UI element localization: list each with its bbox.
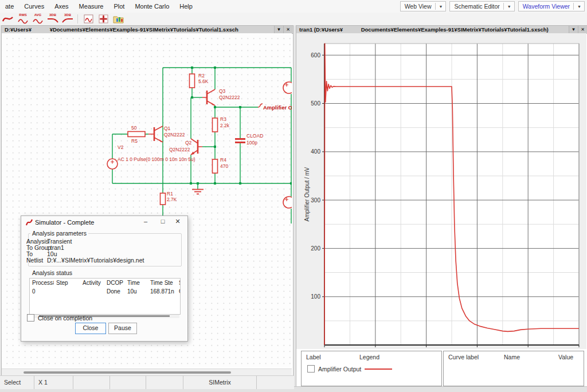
menu-plot[interactable]: Plot [108, 0, 130, 13]
curve-legend-panel: Label Legend Amplifier Output [301, 351, 442, 386]
status-bar: Select X 1 SIMetrix [0, 375, 294, 389]
chevron-down-icon[interactable]: ▼ [569, 26, 578, 33]
waveform-title-bar[interactable]: tran1 (D:¥Users¥ Documents¥Elements¥Exam… [296, 26, 587, 34]
svg-text:2: 2 [374, 348, 377, 349]
close-on-completion-checkbox[interactable] [27, 314, 34, 322]
close-icon[interactable]: ✕ [171, 218, 184, 225]
curve-visibility-checkbox[interactable] [307, 365, 315, 373]
legend-row-amplifier-output[interactable]: Amplifier Output [307, 365, 392, 373]
waveform-toolbar: RMS AVG 3DB 3DB [0, 13, 587, 25]
source-bottom-right[interactable] [283, 197, 292, 208]
table-row[interactable]: 0 Done 10u 168.871n Complete [30, 287, 180, 296]
svg-text:R1: R1 [167, 191, 173, 197]
waveform-viewer-button[interactable]: Waveform Viewer ▼ [518, 1, 585, 11]
ground-symbol[interactable] [192, 190, 204, 194]
curve-label-header: Curve label [448, 354, 479, 360]
menu-axes[interactable]: Axes [49, 0, 73, 13]
probe-icon[interactable] [258, 104, 263, 107]
new-plot-icon[interactable] [82, 13, 96, 25]
close-icon[interactable]: ✕ [578, 26, 587, 33]
svg-text:600: 600 [311, 52, 320, 58]
col-timestep: Time Ste [148, 279, 177, 287]
rms-curve-icon[interactable]: RMS [16, 13, 30, 25]
schematic-wires [112, 68, 291, 224]
menu-bar: ate Curves Axes Measure Plot Monte Carlo… [0, 0, 587, 13]
svg-text:400: 400 [311, 148, 320, 155]
resistor-r5[interactable] [128, 132, 145, 137]
cell-process: 0 [30, 287, 54, 296]
waveform-plot-region[interactable]: 0246810100200300400500600Time/us2us/divA… [296, 33, 586, 349]
3db-label: 3DB [61, 13, 75, 17]
minimize-icon[interactable]: – [139, 218, 152, 225]
svg-text:470: 470 [220, 163, 228, 169]
param-netlist: NetlistD:¥...¥SIMetrix¥Tutorials¥design.… [26, 257, 144, 264]
close-on-completion-row: Close on completion [27, 314, 92, 322]
waveform-viewer-label: Waveform Viewer [523, 3, 570, 10]
name-header: Name [504, 354, 520, 360]
svg-text:Q2: Q2 [185, 140, 192, 146]
dialog-title: Simulator - Complete [35, 219, 94, 226]
svg-text:Q2N2222: Q2N2222 [164, 132, 185, 138]
menu-monte-carlo[interactable]: Monte Carlo [130, 0, 174, 13]
cell-time: 10u [125, 287, 148, 296]
menu-items: ate Curves Axes Measure Plot Monte Carlo… [0, 0, 198, 13]
schematic-editor-button[interactable]: Schematic Editor ▼ [449, 1, 514, 11]
capacitor-cload[interactable] [235, 139, 245, 143]
probe-curve-icon[interactable] [1, 13, 15, 25]
3db-highpass-icon[interactable]: 3DB [61, 13, 75, 25]
menu-ate[interactable]: ate [0, 0, 19, 13]
cell-dcop: Done [104, 287, 125, 296]
svg-text:Q3: Q3 [219, 88, 226, 94]
resistor-r3[interactable] [213, 118, 218, 132]
svg-text:500: 500 [311, 100, 320, 107]
col-process: Process# [30, 279, 54, 287]
transistor-q2[interactable] [191, 139, 202, 155]
add-curve-icon[interactable] [97, 13, 111, 25]
close-icon[interactable]: ✕ [283, 26, 292, 33]
resistor-r4[interactable] [213, 159, 218, 173]
scrollbar-thumb[interactable] [24, 371, 231, 374]
3db-lowpass-icon[interactable]: 3DB [46, 13, 60, 25]
status-empty-3 [146, 376, 183, 389]
pause-button[interactable]: Pause [108, 323, 137, 334]
svg-text:200: 200 [311, 245, 320, 252]
table-header-row: Process# Step Activity DCOP Time Time St… [30, 279, 180, 287]
svg-text:AC 1 0 Pulse(0 100m 0 10n 10n: AC 1 0 Pulse(0 100m 0 10n 10n 5u) [118, 156, 195, 162]
analysis-status-table[interactable]: Process# Step Activity DCOP Time Time St… [29, 278, 181, 315]
status-mode: Select [0, 376, 34, 389]
resistor-r2[interactable] [190, 74, 195, 88]
simetrix-curve-icon [25, 218, 33, 226]
toolbar-separator [77, 14, 78, 23]
chevron-down-icon[interactable]: ▼ [576, 5, 583, 9]
schematic-title-bar[interactable]: D:¥Users¥ ¥Documents¥Elements¥Examples-9… [2, 26, 293, 34]
status-empty-1 [73, 376, 110, 389]
resistor-r1[interactable] [161, 193, 166, 205]
transistor-q3[interactable] [202, 89, 215, 105]
avg-label: AVG [31, 13, 45, 17]
transistor-q1[interactable] [148, 126, 163, 142]
chevron-down-icon[interactable]: ▼ [437, 5, 445, 9]
svg-text:4: 4 [425, 348, 428, 349]
chevron-down-icon[interactable]: ▼ [274, 26, 283, 33]
web-view-button[interactable]: Web View ▼ [400, 1, 447, 11]
maximize-icon[interactable]: □ [156, 218, 169, 225]
rms-label: RMS [16, 13, 30, 17]
status-empty-2 [110, 376, 146, 389]
analysis-parameters-label: Analysis parameters [30, 230, 88, 237]
avg-curve-icon[interactable]: AVG [31, 13, 45, 25]
open-data-folder-icon[interactable] [112, 13, 126, 25]
menu-curves[interactable]: Curves [19, 0, 49, 13]
close-button[interactable]: Close [75, 323, 106, 334]
chevron-down-icon[interactable]: ▼ [506, 5, 513, 9]
menu-measure[interactable]: Measure [74, 0, 109, 13]
svg-text:50: 50 [131, 125, 137, 131]
svg-text:Q1: Q1 [164, 126, 171, 131]
status-app-name: SIMetrix [183, 376, 257, 389]
col-status: Status [177, 279, 181, 287]
dialog-title-bar[interactable]: Simulator - Complete – □ ✕ [21, 216, 187, 229]
status-empty-4 [257, 376, 294, 389]
web-view-label: Web View [405, 3, 432, 10]
source-top-right[interactable] [283, 82, 292, 93]
menu-help[interactable]: Help [174, 0, 198, 13]
simetrix-app: ate Curves Axes Measure Plot Monte Carlo… [0, 0, 587, 392]
